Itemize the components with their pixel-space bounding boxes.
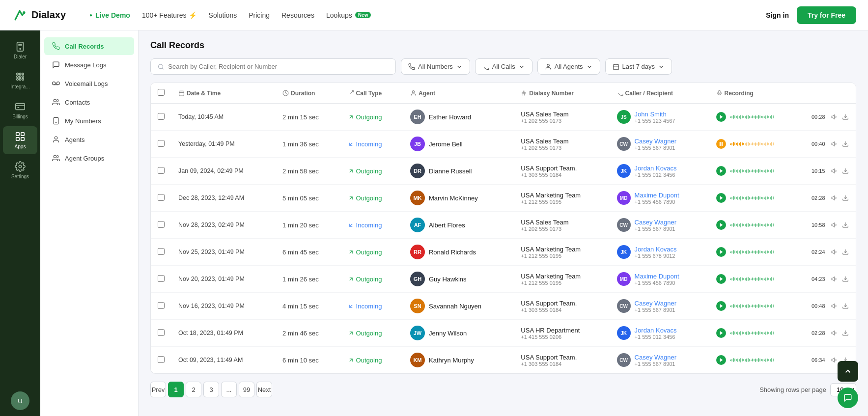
date-range-filter[interactable]: Last 7 days [605,58,672,75]
calltype-cell: Outgoing [341,239,403,266]
caller-number: +1 555 012 3456 [635,334,677,340]
play-button[interactable] [716,301,726,311]
volume-icon[interactable] [831,357,838,363]
row-checkbox-1[interactable] [158,140,165,147]
row-checkbox-9[interactable] [158,356,165,363]
svg-point-29 [55,137,57,139]
pause-button[interactable] [716,139,726,149]
nav-pricing[interactable]: Pricing [249,11,270,19]
download-icon[interactable] [842,194,849,201]
all-calls-filter[interactable]: All Calls [475,58,532,75]
caller-number: +1 555 567 8901 [635,226,677,232]
play-button[interactable] [716,247,726,257]
download-icon[interactable] [842,167,849,174]
next-button[interactable]: Next [256,382,272,397]
caller-cell: MD Maxime Dupont +1 555 456 7890 [610,185,709,212]
download-icon[interactable] [842,222,849,228]
nav-live-demo[interactable]: Live Demo [89,11,130,19]
sidebar-icon-dialer[interactable]: Dialer [3,36,37,64]
sidebar-item-my-numbers[interactable]: My Numbers [44,112,134,130]
play-button[interactable] [716,220,726,230]
all-agents-filter[interactable]: All Agents [537,58,600,75]
row-checkbox-0[interactable] [158,113,165,120]
row-checkbox-2[interactable] [158,167,165,174]
nav-lookups[interactable]: Lookups New [326,11,371,19]
search-box [150,58,396,75]
sidebar-icon-billings[interactable]: Billings [3,96,37,124]
sidebar-item-call-records[interactable]: Call Records [44,37,134,55]
all-numbers-filter[interactable]: All Numbers [401,58,470,75]
row-checkbox-8[interactable] [158,329,165,336]
caller-number: +1 555 678 9012 [635,253,677,259]
download-icon[interactable] [842,113,849,120]
play-button[interactable] [716,112,726,122]
row-checkbox-5[interactable] [158,248,165,255]
phone-icon [408,63,415,70]
sidebar-item-contacts[interactable]: Contacts [44,93,134,111]
volume-icon[interactable] [831,194,838,201]
play-button[interactable] [716,355,726,365]
volume-icon[interactable] [831,330,838,336]
play-button[interactable] [716,274,726,284]
volume-icon[interactable] [831,276,838,282]
search-input[interactable] [168,63,389,70]
nav-solutions[interactable]: Solutions [209,11,237,19]
download-icon[interactable] [842,249,849,255]
nav-features[interactable]: 100+ Features ⚡ [142,11,197,19]
agent-name: Jerome Bell [429,140,463,148]
play-button[interactable] [716,193,726,203]
download-icon[interactable] [842,303,849,309]
page-2-button[interactable]: 2 [186,382,201,397]
play-button[interactable] [716,166,726,176]
select-all-checkbox[interactable] [158,89,165,96]
sidebar-item-message-logs[interactable]: Message Logs [44,56,134,74]
sidebar-icon-integrations[interactable]: Integra... [3,66,37,94]
sidebar-item-agent-groups[interactable]: Agent Groups [44,149,134,167]
page-1-button[interactable]: 1 [168,382,184,397]
scroll-top-button[interactable] [838,361,858,382]
caller-name: Maxime Dupont [635,273,679,280]
play-button[interactable] [716,328,726,338]
chat-button[interactable] [838,388,858,408]
row-checkbox-3[interactable] [158,194,165,201]
calltype-cell: Outgoing [341,185,403,212]
volume-icon[interactable] [831,113,838,120]
download-icon[interactable] [842,140,849,147]
prev-button[interactable]: Prev [150,382,166,397]
page-...-button[interactable]: ... [221,382,237,397]
row-checkbox-7[interactable] [158,302,165,309]
caller-name: John Smith [635,111,675,118]
row-checkbox-4[interactable] [158,221,165,228]
row-checkbox-6[interactable] [158,275,165,282]
recording-time: 02:28 [812,330,827,336]
sidebar-item-agents[interactable]: Agents [44,131,134,148]
volume-icon[interactable] [831,303,838,309]
volume-icon[interactable] [831,222,838,228]
page-99-button[interactable]: 99 [239,382,254,397]
col-caller: Caller / Recipient [610,83,709,104]
svg-marker-74 [720,358,723,362]
agent-cell: EH Esther Howard [403,104,514,131]
download-icon[interactable] [842,276,849,282]
logo[interactable]: Dialaxy [12,7,66,23]
agent-name: Esther Howard [429,113,471,121]
signin-button[interactable]: Sign in [766,11,789,19]
user-avatar[interactable]: U [11,391,29,410]
svg-point-9 [17,76,19,78]
datetime-cell: Jan 09, 2024, 02:49 PM [171,158,276,185]
calltype-cell: Incoming [341,212,403,239]
svg-marker-46 [720,115,723,119]
volume-icon[interactable] [831,140,838,147]
call-type-outgoing: Outgoing [348,357,396,364]
volume-icon[interactable] [831,167,838,174]
volume-icon[interactable] [831,249,838,255]
sidebar-icon-settings[interactable]: Settings [3,156,37,184]
nav-resources[interactable]: Resources [281,11,314,19]
agent-name: Dianne Russell [429,167,472,175]
page-3-button[interactable]: 3 [203,382,219,397]
try-free-button[interactable]: Try for Free [797,6,856,24]
caller-cell: CW Casey Wagner +1 555 567 8901 [610,293,709,320]
download-icon[interactable] [842,330,849,336]
sidebar-item-voicemail-logs[interactable]: Voicemail Logs [44,75,134,92]
sidebar-icon-apps[interactable]: Apps [3,126,37,154]
